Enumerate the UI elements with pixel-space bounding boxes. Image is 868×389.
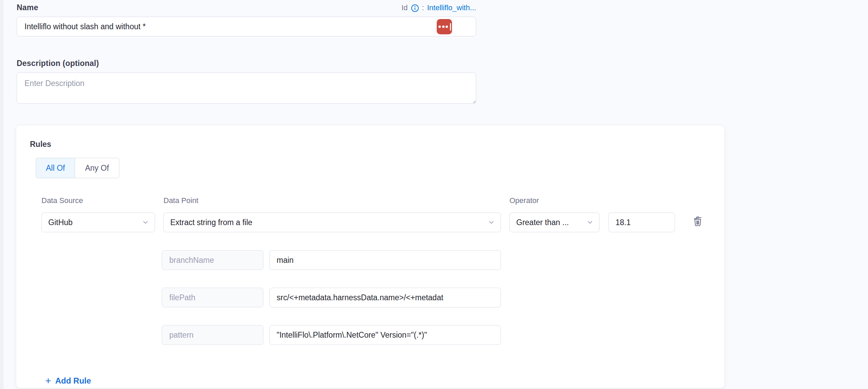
subfield-key: branchName [162,250,263,270]
name-field-wrap [17,17,476,36]
chevron-down-icon [488,219,495,226]
subfield-key: pattern [162,325,263,345]
data-point-select[interactable]: Extract string from a file [163,213,501,232]
operator-value: Greater than ... [516,218,569,227]
data-point-column: Data Point Extract string from a file [163,196,501,232]
data-source-select[interactable]: GitHub [41,213,155,232]
name-input[interactable] [17,17,476,36]
add-rule-label: Add Rule [55,376,91,386]
password-manager-icon[interactable] [437,19,452,34]
delete-rule-button[interactable] [690,214,705,230]
pm-caret [450,23,451,31]
name-label: Name [17,3,38,12]
operator-select[interactable]: Greater than ... [509,213,600,232]
drawer-edge [0,0,3,389]
subfield-row-filepath: filePath [162,288,724,307]
subfield-row-pattern: pattern [162,325,724,345]
rule-row-container: Data Source GitHub Data Point Extract st… [41,196,724,345]
data-source-value: GitHub [48,218,73,227]
description-textarea[interactable] [17,72,476,104]
name-header-row: Name Id : Intelliflo_with... [17,1,476,12]
data-point-value: Extract string from a file [170,218,253,227]
id-label: Id [401,3,407,12]
rule-row: Data Source GitHub Data Point Extract st… [41,196,724,232]
operator-threshold-input[interactable] [608,213,675,232]
data-point-subfields: branchName filePath pattern [162,250,724,345]
data-point-label: Data Point [163,196,501,205]
trash-icon [692,215,704,228]
rules-match-toggle: All Of Any Of [36,158,119,178]
rules-match-all-button[interactable]: All Of [36,158,75,178]
pm-dot [438,26,441,28]
chevron-down-icon [586,219,594,226]
pattern-input[interactable] [270,325,501,345]
top-form: Name Id : Intelliflo_with... [17,1,476,104]
pm-dot [442,26,445,28]
add-rule-button[interactable]: + Add Rule [45,376,91,386]
operator-label: Operator [509,196,600,205]
branchname-input[interactable] [270,250,501,270]
info-icon[interactable] [411,4,419,12]
threshold-column [608,213,675,232]
id-value-link[interactable]: Intelliflo_with... [427,3,476,12]
rules-heading: Rules [30,140,724,149]
rules-card: Rules All Of Any Of Data Source GitHub D [16,125,724,388]
pm-dot [446,26,448,28]
operator-column: Operator Greater than ... [509,196,600,232]
chevron-down-icon [142,219,149,226]
rule-editor-page: Name Id : Intelliflo_with... [0,0,868,389]
description-label: Description (optional) [17,59,476,68]
filepath-input[interactable] [270,288,501,307]
entity-id: Id : Intelliflo_with... [401,3,476,12]
data-source-column: Data Source GitHub [41,196,155,232]
subfield-row-branchname: branchName [162,250,724,270]
rules-match-any-button[interactable]: Any Of [75,158,119,178]
subfield-key: filePath [162,288,263,307]
id-separator: : [422,3,424,12]
plus-icon: + [45,377,51,385]
data-source-label: Data Source [41,196,155,205]
